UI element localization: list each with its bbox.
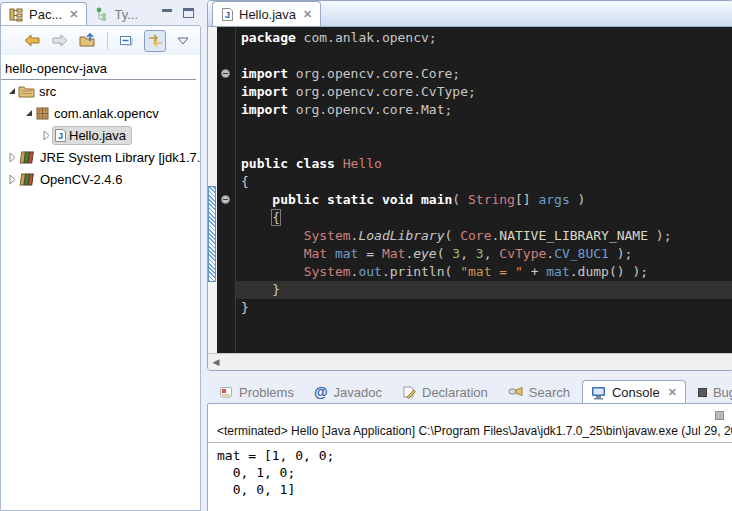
close-icon[interactable]: ✕ (67, 8, 78, 21)
expanded-arrow-icon[interactable] (22, 108, 35, 118)
tree-item-com-anlak-opencv[interactable]: com.anlak.opencv (1, 102, 200, 124)
view-tab-console[interactable]: Console✕ (582, 380, 686, 404)
editor-tab-hello-java[interactable]: J Hello.java ✕ (212, 1, 321, 26)
tab-label: Ty... (114, 7, 138, 22)
view-menu-icon (177, 37, 189, 45)
view-tab-javadoc[interactable]: @Javadoc (306, 380, 390, 404)
nav-forward-icon (51, 33, 69, 48)
fold-collapse-icon[interactable] (221, 69, 230, 78)
tab-label: Search (529, 385, 570, 400)
declaration-icon (402, 385, 416, 399)
console-toolbar-button[interactable] (715, 411, 724, 420)
close-icon[interactable]: ✕ (301, 8, 312, 21)
code-line: } (208, 299, 732, 317)
tab-label: Console (612, 385, 660, 400)
tree-item-opencv-2-4-6[interactable]: OpenCV-2.4.6 (1, 168, 200, 190)
view-tab-search[interactable]: Search (500, 380, 578, 404)
view-tab-problems[interactable]: Problems (211, 380, 302, 404)
tab-label: Bug Explorer (713, 385, 732, 400)
link-with-editor-button[interactable] (144, 30, 166, 52)
package-explorer-body: hello-opencv-java srccom.anlak.opencvJHe… (0, 25, 201, 511)
view-tab-pac-[interactable]: Pac...✕ (0, 2, 87, 26)
view-tab-declaration[interactable]: Declaration (394, 380, 496, 404)
console-panel: Problems@JavadocDeclarationSearchConsole… (207, 377, 732, 511)
eclipse-window: Pac...✕Ty... hello-opencv-java srccom.an… (0, 0, 732, 511)
forward-button[interactable] (49, 30, 71, 52)
package-explorer-panel: Pac...✕Ty... hello-opencv-java srccom.an… (0, 0, 202, 511)
code-line: System.LoadLibrary( Core.NATIVE_LIBRARY_… (208, 227, 732, 245)
java-file-icon: J (54, 128, 67, 143)
code-line (208, 119, 732, 137)
search-icon (508, 385, 523, 399)
package-explorer-toolbar (1, 26, 200, 55)
tab-label: Problems (239, 385, 294, 400)
code-line: public class Hello (208, 155, 732, 173)
minimize-button[interactable] (162, 6, 173, 21)
java-file-icon: J (221, 7, 234, 22)
console-status-line: <terminated> Hello [Java Application] C:… (208, 422, 732, 443)
collapse-all-icon (119, 33, 136, 48)
bug-icon (698, 388, 707, 397)
nav-back-icon (23, 33, 41, 48)
panel-window-buttons (162, 6, 194, 21)
svg-text:J: J (225, 10, 230, 20)
console-output-line: 0, 1, 0; (217, 464, 732, 481)
up-folder-icon (79, 33, 97, 48)
code-line (208, 137, 732, 155)
view-tab-bug-explorer[interactable]: Bug Explorer (690, 380, 732, 404)
project-name-label[interactable]: hello-opencv-java (1, 59, 196, 80)
code-line: import org.opencv.core.Core; (208, 65, 732, 83)
editor-tabbar: J Hello.java ✕ (208, 1, 732, 27)
code-editor[interactable]: package com.anlak.opencv;import org.open… (208, 27, 732, 353)
library-icon (18, 150, 36, 164)
maximize-button[interactable] (183, 6, 194, 21)
package-icon (35, 106, 50, 121)
view-tab-ty-[interactable]: Ty... (87, 2, 146, 26)
tree-item-label: src (35, 83, 60, 100)
tab-label: Declaration (422, 385, 488, 400)
type-hierarchy-icon (95, 7, 109, 22)
library-icon (18, 172, 36, 186)
console-output[interactable]: mat = [1, 0, 0; 0, 1, 0; 0, 0, 1] (208, 443, 732, 498)
tree-item-label: com.anlak.opencv (50, 105, 163, 122)
code-line: Mat mat = Mat.eye( 3, 3, CvType.CV_8UC1 … (208, 245, 732, 263)
collapsed-arrow-icon[interactable] (5, 173, 18, 185)
package-explorer-icon (9, 7, 24, 22)
console-output-line: mat = [1, 0, 0; (217, 447, 732, 464)
code-line: { (208, 173, 732, 191)
tree-item-hello-java[interactable]: JHello.java (1, 124, 200, 146)
fold-collapse-icon[interactable] (221, 195, 230, 204)
project-tree: hello-opencv-java srccom.anlak.opencvJHe… (1, 55, 200, 190)
editor-panel: J Hello.java ✕ package com.anlak.opencv;… (207, 0, 732, 371)
tree-item-label: Hello.java (67, 127, 128, 144)
svg-text:J: J (58, 131, 63, 141)
collapsed-arrow-icon[interactable] (39, 129, 52, 141)
console-view: <terminated> Hello [Java Application] C:… (207, 403, 732, 511)
tree-item-label: JRE System Library [jdk1.7.0 (36, 149, 201, 166)
code-line: System.out.println( "mat = " + mat.dump(… (208, 263, 732, 281)
code-line: import org.opencv.core.CvType; (208, 83, 732, 101)
collapsed-arrow-icon[interactable] (5, 151, 18, 163)
scroll-left-arrow-icon[interactable]: ◀ (208, 357, 224, 367)
selected-tree-item: JHello.java (52, 126, 132, 145)
code-line: import org.opencv.core.Mat; (208, 101, 732, 119)
console-tabbar: Problems@JavadocDeclarationSearchConsole… (207, 377, 732, 404)
horizontal-scrollbar[interactable]: ◀ (208, 353, 732, 370)
code-line: public static void main( String[] args ) (208, 191, 732, 209)
collapse-all-button[interactable] (116, 30, 138, 52)
tree-rows: srccom.anlak.opencvJHello.javaJRE System… (1, 80, 200, 190)
tree-item-jre-system-library-jdk1-7-0[interactable]: JRE System Library [jdk1.7.0 (1, 146, 200, 168)
tree-item-src[interactable]: src (1, 80, 200, 102)
editor-tab-label: Hello.java (239, 7, 296, 22)
up-button[interactable] (77, 30, 99, 52)
code-line: package com.anlak.opencv; (208, 29, 732, 47)
view-menu-button[interactable] (172, 30, 194, 52)
tab-label: Javadoc (334, 385, 382, 400)
code-line: { (208, 209, 732, 227)
back-button[interactable] (21, 30, 43, 52)
package-folder-icon (18, 84, 35, 98)
expanded-arrow-icon[interactable] (5, 86, 18, 96)
close-icon[interactable]: ✕ (666, 386, 677, 399)
problems-icon (219, 385, 233, 399)
code-line: } (208, 281, 732, 299)
